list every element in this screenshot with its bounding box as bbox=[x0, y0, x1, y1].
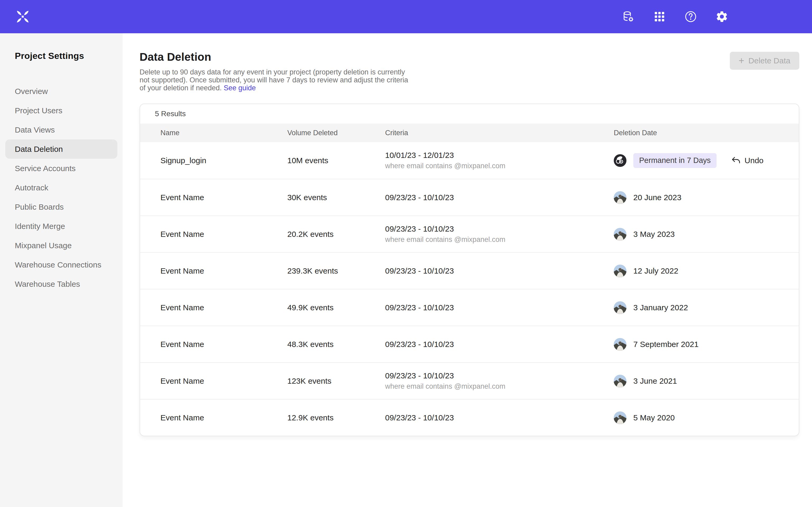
user-avatar bbox=[614, 301, 626, 314]
table-row: Event Name20.2K events09/23/23 - 10/10/2… bbox=[140, 216, 799, 252]
event-name-cell: Event Name bbox=[160, 413, 287, 422]
event-name-cell: Event Name bbox=[160, 377, 287, 386]
criteria-cell: 09/23/23 - 10/10/23 bbox=[385, 267, 614, 275]
topbar-icon-group bbox=[622, 10, 728, 23]
deletion-date-text: 3 June 2021 bbox=[633, 377, 677, 386]
column-header-criteria: Criteria bbox=[385, 129, 614, 137]
sidebar-item-data-views[interactable]: Data Views bbox=[5, 120, 117, 139]
deletion-date-cell: 3 May 2023 bbox=[614, 228, 799, 240]
apps-grid-icon[interactable] bbox=[653, 10, 666, 23]
sidebar-item-warehouse-tables[interactable]: Warehouse Tables bbox=[5, 274, 117, 294]
user-avatar bbox=[614, 338, 626, 351]
criteria-cell: 09/23/23 - 10/10/23where email contains … bbox=[385, 371, 614, 391]
results-count: 5 Results bbox=[140, 104, 799, 124]
deletion-date-cell: 12 July 2022 bbox=[614, 265, 799, 277]
criteria-date-range: 09/23/23 - 10/10/23 bbox=[385, 413, 614, 422]
criteria-cell: 09/23/23 - 10/10/23 bbox=[385, 413, 614, 422]
column-header-volume-deleted: Volume Deleted bbox=[287, 129, 385, 137]
volume-deleted-cell: 48.3K events bbox=[287, 340, 385, 349]
criteria-cell: 09/23/23 - 10/10/23 bbox=[385, 340, 614, 349]
data-deletion-table-card: 5 Results Name Volume Deleted Criteria D… bbox=[140, 104, 799, 436]
deletion-date-text: 7 September 2021 bbox=[633, 340, 699, 349]
deletion-date-text: 3 January 2022 bbox=[633, 303, 688, 312]
sidebar-item-project-users[interactable]: Project Users bbox=[5, 101, 117, 120]
sidebar-nav: OverviewProject UsersData ViewsData Dele… bbox=[0, 81, 123, 294]
criteria-cell: 10/01/23 - 12/01/23where email contains … bbox=[385, 151, 614, 170]
table-row: Event Name239.3K events09/23/23 - 10/10/… bbox=[140, 252, 799, 289]
deletion-date-cell: 5 May 2020 bbox=[614, 411, 799, 424]
table-row: Event Name49.9K events09/23/23 - 10/10/2… bbox=[140, 289, 799, 326]
sidebar-item-data-deletion[interactable]: Data Deletion bbox=[5, 139, 117, 159]
deletion-date-cell: 3 January 2022 bbox=[614, 301, 799, 314]
table-row: Event Name12.9K events09/23/23 - 10/10/2… bbox=[140, 399, 799, 436]
user-avatar bbox=[614, 375, 626, 387]
user-avatar bbox=[614, 411, 626, 424]
event-name-cell: Event Name bbox=[160, 303, 287, 312]
criteria-filter: where email contains @mixpanel.com bbox=[385, 162, 614, 170]
sidebar-item-service-accounts[interactable]: Service Accounts bbox=[5, 159, 117, 178]
sidebar-item-overview[interactable]: Overview bbox=[5, 81, 117, 101]
volume-deleted-cell: 10M events bbox=[287, 156, 385, 165]
deletion-date-text: 20 June 2023 bbox=[633, 193, 681, 202]
column-header-name: Name bbox=[160, 129, 287, 137]
topbar bbox=[0, 0, 812, 33]
user-avatar bbox=[614, 228, 626, 240]
delete-data-button[interactable]: + Delete Data bbox=[730, 52, 799, 70]
volume-deleted-cell: 30K events bbox=[287, 193, 385, 202]
sidebar-item-identity-merge[interactable]: Identity Merge bbox=[5, 217, 117, 236]
data-management-icon[interactable] bbox=[622, 10, 635, 23]
settings-icon[interactable] bbox=[715, 10, 728, 23]
event-name-cell: Event Name bbox=[160, 230, 287, 239]
table-row: Event Name30K events09/23/23 - 10/10/232… bbox=[140, 179, 799, 216]
criteria-cell: 09/23/23 - 10/10/23 bbox=[385, 193, 614, 202]
deletion-date-cell: 7 September 2021 bbox=[614, 338, 799, 351]
criteria-date-range: 09/23/23 - 10/10/23 bbox=[385, 224, 614, 233]
table-row: Event Name48.3K events09/23/23 - 10/10/2… bbox=[140, 326, 799, 362]
user-avatar bbox=[614, 265, 626, 277]
table-row: Signup_login10M events10/01/23 - 12/01/2… bbox=[140, 142, 799, 179]
criteria-date-range: 09/23/23 - 10/10/23 bbox=[385, 340, 614, 349]
criteria-filter: where email contains @mixpanel.com bbox=[385, 382, 614, 391]
sidebar-item-mixpanel-usage[interactable]: Mixpanel Usage bbox=[5, 236, 117, 255]
criteria-filter: where email contains @mixpanel.com bbox=[385, 235, 614, 244]
criteria-date-range: 09/23/23 - 10/10/23 bbox=[385, 193, 614, 202]
mascot-avatar bbox=[614, 154, 626, 167]
sidebar-title: Project Settings bbox=[0, 51, 123, 61]
criteria-date-range: 10/01/23 - 12/01/23 bbox=[385, 151, 614, 160]
volume-deleted-cell: 49.9K events bbox=[287, 303, 385, 312]
deletion-date-text: 12 July 2022 bbox=[633, 267, 678, 275]
plus-icon: + bbox=[739, 56, 744, 65]
event-name-cell: Event Name bbox=[160, 193, 287, 202]
undo-button[interactable]: Undo bbox=[731, 156, 764, 166]
deletion-date-cell: Permanent in 7 DaysUndo bbox=[614, 153, 799, 168]
deletion-date-text: 5 May 2020 bbox=[633, 413, 675, 422]
deletion-date-cell: 3 June 2021 bbox=[614, 375, 799, 387]
column-header-deletion-date: Deletion Date bbox=[614, 129, 799, 137]
sidebar-item-autotrack[interactable]: Autotrack bbox=[5, 178, 117, 197]
deletion-date-text: 3 May 2023 bbox=[633, 230, 675, 239]
help-icon[interactable] bbox=[684, 10, 697, 23]
deletion-date-cell: 20 June 2023 bbox=[614, 191, 799, 204]
undo-icon bbox=[731, 156, 741, 166]
user-avatar bbox=[614, 191, 626, 204]
page-description: Delete up to 90 days data for any event … bbox=[140, 68, 410, 92]
main-content: Data Deletion Delete up to 90 days data … bbox=[123, 33, 812, 507]
undo-label: Undo bbox=[745, 156, 764, 165]
see-guide-link[interactable]: See guide bbox=[223, 84, 256, 92]
criteria-date-range: 09/23/23 - 10/10/23 bbox=[385, 303, 614, 312]
volume-deleted-cell: 12.9K events bbox=[287, 413, 385, 422]
table-header-row: Name Volume Deleted Criteria Deletion Da… bbox=[140, 124, 799, 142]
volume-deleted-cell: 123K events bbox=[287, 377, 385, 386]
delete-data-button-label: Delete Data bbox=[749, 56, 790, 65]
mixpanel-logo[interactable] bbox=[15, 9, 30, 24]
volume-deleted-cell: 20.2K events bbox=[287, 230, 385, 239]
criteria-date-range: 09/23/23 - 10/10/23 bbox=[385, 267, 614, 275]
sidebar-item-public-boards[interactable]: Public Boards bbox=[5, 197, 117, 217]
volume-deleted-cell: 239.3K events bbox=[287, 267, 385, 275]
table-body: Signup_login10M events10/01/23 - 12/01/2… bbox=[140, 142, 799, 436]
sidebar: Project Settings OverviewProject UsersDa… bbox=[0, 33, 123, 507]
criteria-cell: 09/23/23 - 10/10/23 bbox=[385, 303, 614, 312]
criteria-cell: 09/23/23 - 10/10/23where email contains … bbox=[385, 224, 614, 244]
sidebar-item-warehouse-connections[interactable]: Warehouse Connections bbox=[5, 255, 117, 274]
criteria-date-range: 09/23/23 - 10/10/23 bbox=[385, 371, 614, 380]
